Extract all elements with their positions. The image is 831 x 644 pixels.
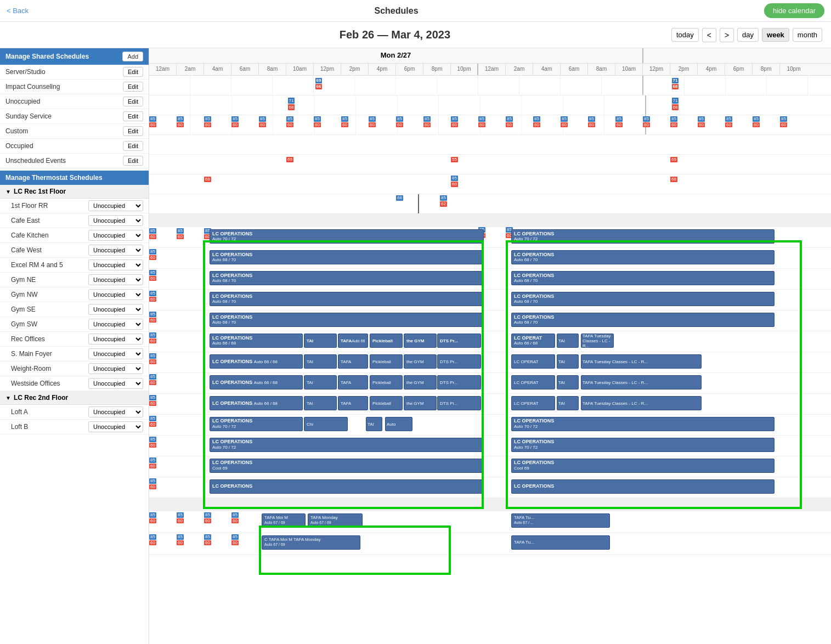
cal-row-unoccupied: 85 60 85 60 85 60 85 60	[149, 115, 831, 135]
manage-thermostat-header: Manage Thermostat Schedules	[0, 171, 149, 185]
room-select-loft-a[interactable]: Unoccupied	[88, 406, 143, 417]
cal-row-s-main-foyer: 85 60 LC OPERATIONSAuto 70 / 72 LC OPERA…	[149, 436, 831, 456]
top-bar: < Back Schedules hide calendar	[0, 0, 831, 22]
calendar-area: Mon 2/27 Tue 2/28 12am 2am 4am 6am 8am 1…	[149, 48, 831, 644]
room-row-rec-offices: Rec Offices Unoccupied	[0, 332, 149, 347]
event-lc-ops-gymne-mon[interactable]: LC OPERATIONS Auto 66 / 68	[210, 334, 303, 348]
room-row-loft-b: Loft B Unoccupied	[0, 420, 149, 434]
cal-row-rec-offices: 85 60 LC OPERATIONSAuto 70 / 72 Chi TAI …	[149, 415, 831, 436]
event-the-gym-gymne[interactable]: the GYM	[404, 334, 437, 348]
room-select-rec-offices[interactable]: Unoccupied	[88, 334, 143, 344]
room-row-gym-sw: Gym SW Unoccupied	[0, 317, 149, 332]
room-select-cafe-kitchen[interactable]: Unoccupied	[88, 230, 143, 241]
edit-impact-counseling[interactable]: Edit	[123, 82, 143, 92]
event-lc-operations-3[interactable]: LC OPERATIONS Auto 68 / 70	[210, 271, 484, 285]
day-header-tue: Tue 2/28	[643, 48, 831, 63]
room-row-gym-se: Gym SE Unoccupied	[0, 302, 149, 317]
hide-calendar-button[interactable]: hide calendar	[764, 3, 824, 18]
event-lc-operations-5[interactable]: LC OPERATIONS Auto 68 / 70	[210, 313, 484, 327]
event-tai-tue[interactable]: TAI	[557, 334, 579, 348]
event-lc-operations-1-tue[interactable]: LC OPERATIONS Auto 70 / 72	[511, 229, 775, 244]
cal-row-gym-ne: 85 60 LC OPERATIONS Auto 66 / 68 TAI TAF…	[149, 331, 831, 352]
edit-server-studio[interactable]: Edit	[123, 67, 143, 77]
event-tafa-monday-loft-a[interactable]: TAFA MondayAuto 67 / 69	[308, 513, 363, 528]
room-select-westside-offices[interactable]: Unoccupied	[88, 378, 143, 389]
event-tafa-mon-loft-b[interactable]: C TAFA Moi M TAFA MondayAuto 67 / 69	[262, 535, 360, 550]
room-row-cafe-kitchen: Cafe Kitchen Unoccupied	[0, 228, 149, 243]
event-dts-gymne[interactable]: DTS Pr...	[437, 334, 481, 348]
room-select-gym-se[interactable]: Unoccupied	[88, 304, 143, 315]
floor-header-1st[interactable]: ▼ LC Rec 1st Floor	[0, 185, 149, 199]
cal-row-westside-offices: 85 60 LC OPERATIONS LC OPERATIONS	[149, 477, 831, 498]
cal-row-cafe-kitchen: 85 60 LC OPERATIONS Auto 68 / 70 LC OPER…	[149, 269, 831, 290]
room-select-gym-ne[interactable]: Unoccupied	[88, 274, 143, 285]
cal-row-occupied: 68 85 60 68	[149, 174, 831, 194]
cal-row-loft-b: 85 60 85 60 85 60 85 60 C TAFA Moi M TAF…	[149, 533, 831, 555]
event-lc-operations-5-tue[interactable]: LC OPERATIONS Auto 68 / 70	[511, 313, 775, 327]
schedule-row-unoccupied: Unoccupied Edit	[0, 94, 149, 109]
cal-row-excel-rm: 85 60 LC OPERATIONS Auto 68 / 70 LC OPER…	[149, 310, 831, 331]
event-tafa-tue-loft-a[interactable]: TAFA Tu...Auto 67 / ...	[511, 513, 610, 528]
room-row-excel-rm: Excel RM 4 and 5 Unoccupied	[0, 258, 149, 273]
schedule-row-server-studio: Server/Studio Edit	[0, 65, 149, 80]
cal-section-lc2	[149, 498, 831, 511]
schedule-row-unscheduled: Unscheduled Events Edit	[0, 154, 149, 168]
event-tafa-gymne[interactable]: TAFA Auto 66	[338, 334, 368, 348]
edit-custom[interactable]: Edit	[123, 126, 143, 136]
room-select-cafe-west[interactable]: Unoccupied	[88, 245, 143, 256]
room-select-cafe-east[interactable]: Unoccupied	[88, 215, 143, 226]
room-select-excel-rm[interactable]: Unoccupied	[88, 259, 143, 270]
event-lc-operations-4[interactable]: LC OPERATIONS Auto 68 / 70	[210, 292, 484, 306]
event-tafa-tue[interactable]: TAFA Tuesday Classes - LC - R...	[581, 334, 614, 348]
schedule-row-occupied: Occupied Edit	[0, 139, 149, 154]
month-button[interactable]: month	[793, 28, 822, 42]
room-select-loft-b[interactable]: Unoccupied	[88, 421, 143, 432]
cal-row-impact-counseling: 71 68 71 68	[149, 95, 831, 115]
event-lc-ops-gymne-tue[interactable]: LC OPERAT Auto 66 / 68	[511, 334, 555, 348]
schedule-row-custom: Custom Edit	[0, 124, 149, 139]
event-tafa-tue-loft-b[interactable]: TAFA Tu...	[511, 535, 610, 550]
main-layout: Manage Shared Schedules Add Server/Studi…	[0, 48, 831, 644]
edit-unoccupied[interactable]: Edit	[123, 97, 143, 106]
cal-row-custom: 69 69 55	[149, 155, 831, 174]
schedule-row-sunday-service: Sunday Service Edit	[0, 109, 149, 124]
event-pickleball-gymne[interactable]: Pickleball	[370, 334, 403, 348]
manage-schedules-header: Manage Shared Schedules Add	[0, 48, 149, 65]
room-select-gym-sw[interactable]: Unoccupied	[88, 319, 143, 330]
triangle-icon-2nd: ▼	[5, 395, 11, 401]
event-tai-gymne[interactable]: TAI	[304, 334, 337, 348]
floor-header-2nd[interactable]: ▼ LC Rec 2nd Floor	[0, 391, 149, 405]
edit-unscheduled[interactable]: Edit	[123, 156, 143, 166]
event-lc-operations-2-tue[interactable]: LC OPERATIONS Auto 68 / 70	[511, 250, 775, 264]
day-button[interactable]: day	[737, 28, 759, 42]
room-row-cafe-east: Cafe East Unoccupied	[0, 213, 149, 228]
nav-controls: today < > day week month	[671, 28, 822, 42]
cal-row-cafe-west: 85 60 LC OPERATIONS Auto 68 / 70 LC OPER…	[149, 290, 831, 310]
back-link[interactable]: < Back	[7, 7, 29, 15]
room-select-gym-nw[interactable]: Unoccupied	[88, 289, 143, 300]
add-schedule-button[interactable]: Add	[122, 52, 143, 61]
edit-sunday-service[interactable]: Edit	[123, 111, 143, 121]
event-lc-operations-4-tue[interactable]: LC OPERATIONS Auto 68 / 70	[511, 292, 775, 306]
room-select-s-main-foyer[interactable]: Unoccupied	[88, 348, 143, 359]
event-tafa-mon-loft-a[interactable]: TAFA Moi MAuto 67 / 69	[262, 513, 306, 528]
today-button[interactable]: today	[671, 28, 699, 42]
day-header-mon: Mon 2/27	[149, 48, 643, 63]
event-lc-operations-3-tue[interactable]: LC OPERATIONS Auto 68 / 70	[511, 271, 775, 285]
page-title: Schedules	[375, 6, 419, 16]
room-row-gym-nw: Gym NW Unoccupied	[0, 287, 149, 302]
next-button[interactable]: >	[720, 28, 734, 42]
room-row-s-main-foyer: S. Main Foyer Unoccupied	[0, 347, 149, 361]
edit-occupied[interactable]: Edit	[123, 141, 143, 151]
event-lc-operations-1[interactable]: LC OPERATIONS Auto 70 / 72	[210, 229, 484, 244]
time-header-row: 12am 2am 4am 6am 8am 10am 12pm 2pm 4pm 6…	[149, 64, 831, 76]
triangle-icon-1st: ▼	[5, 189, 11, 195]
week-button[interactable]: week	[762, 28, 789, 42]
room-row-weight-room: Weight-Room Unoccupied	[0, 361, 149, 376]
prev-button[interactable]: <	[702, 28, 716, 42]
cal-row-1st-floor-rr: 85 60 85 60 85 60 LC OPERATIONS	[149, 227, 831, 248]
sidebar: Manage Shared Schedules Add Server/Studi…	[0, 48, 149, 644]
room-select-1st-floor-rr[interactable]: Unoccupied	[88, 200, 143, 211]
event-lc-operations-2[interactable]: LC OPERATIONS Auto 68 / 70	[210, 250, 484, 264]
room-select-weight-room[interactable]: Unoccupied	[88, 363, 143, 374]
